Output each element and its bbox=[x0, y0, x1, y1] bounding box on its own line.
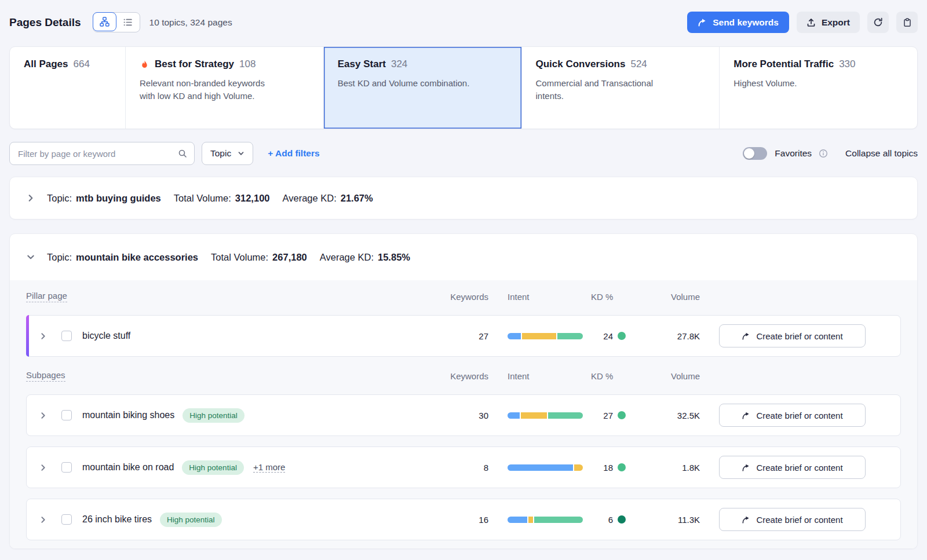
page-name: mountain bike on road bbox=[82, 462, 174, 473]
refresh-button[interactable] bbox=[867, 12, 889, 33]
column-header-kd: KD % bbox=[591, 371, 626, 381]
topic-row-mountain-bike-accessories[interactable]: Topic: mountain bike accessories Total V… bbox=[10, 234, 917, 280]
tab-count: 330 bbox=[839, 58, 855, 70]
subpages-label[interactable]: Subpages bbox=[26, 370, 65, 382]
clipboard-button[interactable] bbox=[896, 12, 918, 33]
column-header-intent: Intent bbox=[508, 371, 583, 381]
pillar-page-row: bicycle stuff 27 24 27.8K Create brief bbox=[26, 315, 901, 357]
forward-arrow-icon bbox=[742, 411, 750, 420]
kd-dot bbox=[618, 515, 626, 524]
kd-dot bbox=[618, 332, 626, 340]
tree-view-icon bbox=[100, 17, 110, 27]
topic-filter-dropdown[interactable]: Topic bbox=[202, 142, 253, 165]
average-kd-label: Average KD: bbox=[320, 252, 374, 263]
header-actions: Send keywords Export bbox=[687, 12, 918, 33]
view-mode-toggle bbox=[93, 12, 140, 32]
create-brief-button[interactable]: Create brief or content bbox=[719, 456, 866, 479]
average-kd-value: 15.85% bbox=[378, 252, 410, 263]
column-header-volume: Volume bbox=[640, 292, 700, 302]
pillar-header-row: Pillar page Keywords Intent KD % Volume bbox=[26, 288, 901, 305]
page-name: mountain biking shoes bbox=[82, 410, 174, 420]
intent-bar bbox=[508, 517, 583, 523]
high-potential-badge: High potential bbox=[183, 408, 244, 423]
intent-bar bbox=[508, 464, 583, 471]
total-volume-value: 267,180 bbox=[272, 252, 307, 263]
forward-arrow-icon bbox=[742, 515, 750, 524]
flame-icon bbox=[140, 60, 149, 69]
high-potential-badge: High potential bbox=[160, 513, 222, 527]
tab-best-for-strategy[interactable]: Best for Strategy 108 Relevant non-brand… bbox=[126, 47, 324, 129]
total-volume-label: Total Volume: bbox=[211, 252, 268, 263]
collapse-all-topics-link[interactable]: Collapse all topics bbox=[845, 148, 918, 159]
volume-value: 27.8K bbox=[640, 331, 700, 341]
tab-label: Easy Start bbox=[338, 58, 386, 70]
topic-row-mtb-buying-guides[interactable]: Topic: mtb buying guides Total Volume: 3… bbox=[9, 177, 918, 219]
intent-bar bbox=[508, 412, 583, 419]
pillar-page-label[interactable]: Pillar page bbox=[26, 291, 67, 302]
search-icon[interactable] bbox=[178, 149, 187, 158]
tab-count: 524 bbox=[630, 58, 647, 70]
kd-dot bbox=[618, 463, 626, 471]
keywords-count: 8 bbox=[440, 463, 488, 473]
page-type-tabs: All Pages 664 Best for Strategy 108 Rele… bbox=[9, 46, 918, 129]
volume-value: 32.5K bbox=[640, 411, 700, 420]
search-input[interactable] bbox=[18, 149, 178, 159]
create-brief-button[interactable]: Create brief or content bbox=[719, 404, 866, 427]
info-icon[interactable] bbox=[819, 149, 828, 158]
page-name: bicycle stuff bbox=[82, 331, 130, 341]
expand-chevron-icon[interactable] bbox=[36, 332, 50, 340]
column-header-volume: Volume bbox=[640, 371, 700, 381]
expand-chevron-icon[interactable] bbox=[36, 412, 50, 419]
tree-view-button[interactable] bbox=[93, 12, 116, 31]
topic-table: Pillar page Keywords Intent KD % Volume … bbox=[10, 280, 917, 548]
tab-description: Highest Volume. bbox=[733, 77, 868, 90]
tab-description: Commercial and Transactional intents. bbox=[536, 77, 670, 103]
high-potential-badge: High potential bbox=[182, 460, 244, 475]
topics-pages-summary: 10 topics, 324 pages bbox=[149, 17, 232, 28]
tab-label: All Pages bbox=[24, 58, 68, 70]
page-title: Pages Details bbox=[9, 16, 81, 29]
keywords-count: 30 bbox=[440, 411, 488, 420]
tab-quick-conversions[interactable]: Quick Conversions 524 Commercial and Tra… bbox=[522, 47, 720, 129]
row-checkbox[interactable] bbox=[61, 514, 72, 525]
chevron-down-icon[interactable] bbox=[24, 253, 38, 261]
send-keywords-button[interactable]: Send keywords bbox=[687, 12, 789, 33]
page-name: 26 inch bike tires bbox=[82, 514, 152, 525]
total-volume-value: 312,100 bbox=[235, 193, 270, 204]
subpages-header-row: Subpages Keywords Intent KD % Volume bbox=[26, 367, 901, 385]
create-brief-button[interactable]: Create brief or content bbox=[719, 508, 866, 531]
subpage-row: 26 inch bike tires High potential 16 6 1… bbox=[26, 499, 901, 540]
subpage-row: mountain bike on road High potential +1 … bbox=[26, 446, 901, 488]
volume-value: 1.8K bbox=[640, 463, 700, 473]
keywords-count: 27 bbox=[440, 331, 488, 341]
topic-dropdown-label: Topic bbox=[210, 148, 231, 159]
search-box bbox=[9, 142, 195, 165]
tab-more-potential-traffic[interactable]: More Potential Traffic 330 Highest Volum… bbox=[720, 47, 917, 129]
chevron-down-icon bbox=[238, 150, 244, 157]
tab-count: 324 bbox=[391, 58, 407, 70]
list-view-button[interactable] bbox=[116, 13, 140, 32]
tab-label: Quick Conversions bbox=[536, 58, 626, 70]
clipboard-icon bbox=[903, 18, 912, 27]
page-header: Pages Details 10 t bbox=[0, 0, 927, 33]
expand-chevron-icon[interactable] bbox=[36, 464, 50, 471]
favorites-label: Favorites bbox=[775, 148, 812, 159]
create-brief-button[interactable]: Create brief or content bbox=[719, 324, 866, 347]
row-checkbox[interactable] bbox=[61, 462, 72, 473]
volume-value: 11.3K bbox=[640, 515, 700, 525]
expand-chevron-icon[interactable] bbox=[36, 516, 50, 524]
row-checkbox[interactable] bbox=[61, 410, 72, 420]
tab-all-pages[interactable]: All Pages 664 bbox=[10, 47, 126, 129]
kd-value: 27 bbox=[591, 411, 613, 420]
kd-value: 6 bbox=[591, 515, 613, 525]
column-header-intent: Intent bbox=[508, 292, 583, 302]
chevron-right-icon[interactable] bbox=[24, 194, 38, 202]
favorites-toggle[interactable] bbox=[743, 147, 767, 160]
export-button[interactable]: Export bbox=[797, 12, 860, 33]
row-checkbox[interactable] bbox=[61, 331, 72, 341]
filter-bar: Topic + Add filters Favorites Collapse a… bbox=[9, 142, 918, 165]
keywords-count: 16 bbox=[440, 515, 488, 525]
more-badges-link[interactable]: +1 more bbox=[253, 462, 285, 473]
add-filters-link[interactable]: + Add filters bbox=[268, 148, 319, 159]
tab-easy-start[interactable]: Easy Start 324 Best KD and Volume combin… bbox=[324, 47, 522, 129]
